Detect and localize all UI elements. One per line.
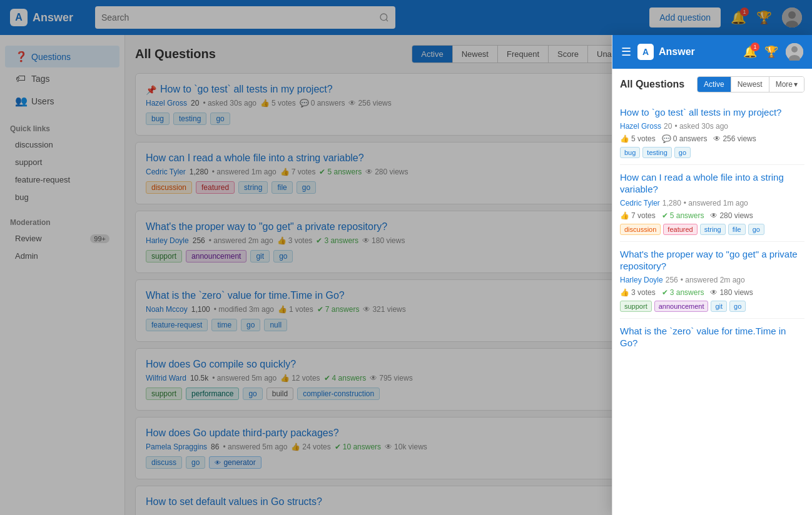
overlay-logo[interactable]: A Answer xyxy=(637,44,695,60)
overlay-question-card: How can I read a whole file into a strin… xyxy=(620,165,804,242)
overlay-filter-newest[interactable]: Newest xyxy=(731,77,769,92)
overlay-question-stats: 👍 3 votes ✔ 3 answers 👁 180 views xyxy=(620,288,804,297)
overlay-question-meta: Harley Doyle 256 • answered 2m ago xyxy=(620,276,804,284)
overlay-question-stats: 👍 7 votes ✔ 5 answers 👁 280 views xyxy=(620,211,804,220)
overlay-question-meta: Hazel Gross 20 • asked 30s ago xyxy=(620,122,804,131)
overlay-question-time: • answered 2m ago xyxy=(681,276,745,284)
overlay-tags-row: discussion featured string file go xyxy=(620,224,804,235)
overlay-question-title[interactable]: How can I read a whole file into a strin… xyxy=(620,171,804,196)
overlay-panel: ☰ A Answer 🔔 1 🏆 All Questions xyxy=(612,35,812,515)
overlay-tag[interactable]: featured xyxy=(663,224,697,235)
overlay-question-title[interactable]: How to `go test` all tests in my project… xyxy=(620,106,804,119)
overlay-header-icons: 🔔 1 🏆 xyxy=(743,43,803,61)
overlay-question-card: What's the proper way to "go get" a priv… xyxy=(620,242,804,319)
overlay-tag[interactable]: file xyxy=(728,224,746,235)
overlay-answers-stat: ✔ 5 answers xyxy=(662,211,704,220)
overlay-tag[interactable]: support xyxy=(620,301,652,312)
overlay-tag[interactable]: announcement xyxy=(654,301,709,312)
overlay-notification-icon[interactable]: 🔔 1 xyxy=(743,45,757,59)
overlay-author-score: 1,280 xyxy=(662,199,681,208)
overlay-votes-stat: 👍 5 votes xyxy=(620,134,656,143)
eye-icon: 👁 xyxy=(713,134,721,143)
overlay-question-title[interactable]: What's the proper way to "go get" a priv… xyxy=(620,248,804,272)
overlay-questions-header: All Questions Active Newest More ▾ xyxy=(620,76,804,92)
overlay-tags-row: support announcement git go xyxy=(620,301,804,312)
overlay-question-card: What is the `zero` value for time.Time i… xyxy=(620,319,804,359)
hamburger-icon[interactable]: ☰ xyxy=(621,45,631,59)
overlay-filter-more[interactable]: More ▾ xyxy=(769,77,804,92)
overlay-views-stat: 👁 180 views xyxy=(710,288,753,297)
overlay-filter-active[interactable]: Active xyxy=(698,77,731,92)
overlay-author-score: 20 xyxy=(664,122,672,131)
check-icon: ✔ xyxy=(662,211,668,220)
overlay-votes-stat: 👍 3 votes xyxy=(620,288,656,297)
overlay-tag[interactable]: go xyxy=(748,224,764,235)
overlay-logo-icon: A xyxy=(637,44,654,60)
overlay-tag[interactable]: git xyxy=(711,301,727,312)
overlay-votes-stat: 👍 7 votes xyxy=(620,211,656,220)
overlay-header: ☰ A Answer 🔔 1 🏆 xyxy=(612,35,812,69)
overlay-notification-badge: 1 xyxy=(751,42,759,51)
overlay-views-stat: 👁 280 views xyxy=(710,211,753,220)
eye-icon: 👁 xyxy=(710,288,718,297)
overlay-question-author[interactable]: Harley Doyle xyxy=(620,276,663,284)
overlay-trophy-icon[interactable]: 🏆 xyxy=(764,45,778,59)
overlay-tag[interactable]: go xyxy=(729,301,746,312)
overlay-question-card: How to `go test` all tests in my project… xyxy=(620,100,804,165)
overlay-tag[interactable]: string xyxy=(700,224,726,235)
overlay-answers-stat: ✔ 3 answers xyxy=(662,288,704,297)
overlay-question-time: • asked 30s ago xyxy=(674,122,728,131)
overlay-question-time: • answered 1m ago xyxy=(684,199,748,208)
overlay-author-score: 256 xyxy=(666,276,678,284)
thumbs-up-icon: 👍 xyxy=(620,288,629,297)
overlay-tag[interactable]: testing xyxy=(642,147,671,158)
comment-icon: 💬 xyxy=(662,134,671,143)
overlay-tag[interactable]: discussion xyxy=(620,224,661,235)
overlay-body: All Questions Active Newest More ▾ How t… xyxy=(612,69,812,366)
overlay-page-title: All Questions xyxy=(620,79,684,90)
overlay-user-avatar[interactable] xyxy=(786,43,803,61)
svg-point-6 xyxy=(791,46,798,52)
overlay-filter-tabs: Active Newest More ▾ xyxy=(697,76,804,92)
thumbs-up-icon: 👍 xyxy=(620,211,629,220)
overlay-question-stats: 👍 5 votes 💬 0 answers 👁 256 views xyxy=(620,134,804,143)
overlay-question-title[interactable]: What is the `zero` value for time.Time i… xyxy=(620,325,804,349)
eye-icon: 👁 xyxy=(710,211,718,220)
chevron-down-icon: ▾ xyxy=(794,80,798,89)
overlay-tags-row: bug testing go xyxy=(620,147,804,158)
overlay-answers-stat: 💬 0 answers xyxy=(662,134,708,143)
overlay-tag[interactable]: go xyxy=(674,147,691,158)
check-icon: ✔ xyxy=(662,288,668,297)
overlay-views-stat: 👁 256 views xyxy=(713,134,756,143)
overlay-tag[interactable]: bug xyxy=(620,147,640,158)
overlay-logo-text: Answer xyxy=(659,46,695,58)
overlay-question-meta: Cedric Tyler 1,280 • answered 1m ago xyxy=(620,199,804,208)
thumbs-up-icon: 👍 xyxy=(620,134,629,143)
overlay-question-author[interactable]: Cedric Tyler xyxy=(620,199,660,208)
overlay-question-author[interactable]: Hazel Gross xyxy=(620,122,661,131)
